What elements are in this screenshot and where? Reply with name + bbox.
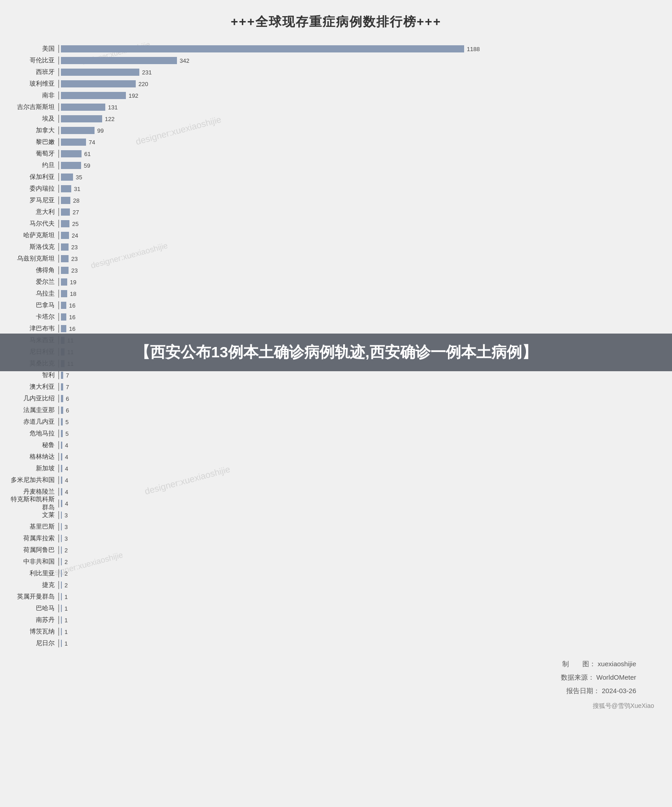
bar-wrapper: 28 <box>59 197 663 204</box>
country-label: 南非 <box>9 91 58 100</box>
bar <box>61 45 464 52</box>
bar-wrapper: 4 <box>59 477 663 484</box>
bar-wrapper: 1 <box>59 628 663 635</box>
bar-wrapper: 4 <box>59 488 663 495</box>
bar-wrapper: 342 <box>59 57 663 64</box>
table-row: 玻利维亚220 <box>9 79 663 89</box>
bar-value: 2 <box>65 559 68 565</box>
country-label: 英属开曼群岛 <box>9 593 58 601</box>
bar <box>61 150 82 157</box>
table-row: 斯洛伐克23 <box>9 242 663 252</box>
bar-wrapper: 4 <box>59 442 663 449</box>
country-label: 保加利亚 <box>9 173 58 181</box>
bar <box>61 547 62 554</box>
country-label: 意大利 <box>9 208 58 216</box>
bar <box>61 115 102 122</box>
country-label: 文莱 <box>9 511 58 519</box>
country-label: 格林纳达 <box>9 453 58 461</box>
country-label: 埃及 <box>9 115 58 123</box>
bar-value: 231 <box>142 69 152 76</box>
bar-wrapper: 220 <box>59 80 663 87</box>
bar-wrapper: 4 <box>59 453 663 460</box>
country-label: 尼日尔 <box>9 639 58 647</box>
bar-value: 3 <box>65 524 68 530</box>
country-label: 澳大利亚 <box>9 383 58 391</box>
footer-info: 制 图： xuexiaoshijie 数据来源： WorldOMeter 报告日… <box>9 657 663 698</box>
bar <box>61 605 62 612</box>
bar-value: 27 <box>73 209 79 216</box>
table-row: 美国1188 <box>9 44 663 54</box>
bar <box>61 162 81 169</box>
country-label: 荷属库拉索 <box>9 534 58 542</box>
bar-wrapper: 2 <box>59 558 663 565</box>
country-label: 哥伦比亚 <box>9 56 58 65</box>
bar-wrapper: 2 <box>59 581 663 589</box>
table-row: 荷属阿鲁巴2 <box>9 545 663 555</box>
bar <box>61 407 63 414</box>
bar-value: 1 <box>65 629 68 635</box>
bar <box>61 57 177 64</box>
bar-wrapper: 6 <box>59 407 663 414</box>
country-label: 丹麦格陵兰 <box>9 488 58 496</box>
country-label: 马尔代夫 <box>9 220 58 228</box>
country-label: 特克斯和凯科斯群岛 <box>9 495 58 512</box>
bar-value: 1 <box>65 605 68 612</box>
bar-value: 1 <box>65 640 68 647</box>
bar-value: 7 <box>66 384 69 390</box>
table-row: 西班牙231 <box>9 67 663 77</box>
bar <box>61 442 62 449</box>
table-row: 保加利亚35 <box>9 172 663 182</box>
country-label: 秘鲁 <box>9 441 58 449</box>
table-row: 文莱3 <box>9 510 663 520</box>
bar <box>61 593 62 600</box>
bar-wrapper: 16 <box>59 313 663 321</box>
bar <box>61 372 63 379</box>
table-row: 委内瑞拉31 <box>9 184 663 194</box>
bar-value: 16 <box>69 302 75 309</box>
bar-value: 4 <box>65 454 68 460</box>
bar-value: 23 <box>71 256 78 262</box>
country-label: 乌兹别克斯坦 <box>9 255 58 263</box>
table-row: 乌拉圭18 <box>9 289 663 299</box>
country-label: 加拿大 <box>9 126 58 134</box>
bar <box>61 255 69 262</box>
bar <box>61 395 63 402</box>
bar-wrapper: 5 <box>59 430 663 437</box>
bar-value: 2 <box>65 582 68 589</box>
table-row: 哈萨克斯坦24 <box>9 230 663 240</box>
bar-wrapper: 31 <box>59 185 663 192</box>
bar <box>61 628 62 635</box>
table-row: 法属圭亚那6 <box>9 405 663 415</box>
bar-value: 2 <box>65 570 68 577</box>
table-row: 尼日尔1 <box>9 638 663 648</box>
bar-wrapper: 23 <box>59 267 663 274</box>
country-label: 法属圭亚那 <box>9 406 58 414</box>
bar-wrapper: 19 <box>59 278 663 286</box>
country-label: 新加坡 <box>9 464 58 473</box>
bar-value: 7 <box>66 372 69 379</box>
country-label: 津巴布韦 <box>9 325 58 333</box>
bar-value: 122 <box>105 116 115 122</box>
table-row: 马尔代夫25 <box>9 219 663 229</box>
table-row: 黎巴嫩74 <box>9 137 663 147</box>
country-label: 葡萄牙 <box>9 150 58 158</box>
country-label: 卡塔尔 <box>9 313 58 321</box>
bar-wrapper: 231 <box>59 69 663 76</box>
country-label: 危地马拉 <box>9 430 58 438</box>
bar-value: 23 <box>71 267 78 274</box>
bar <box>61 139 86 146</box>
table-row: 埃及122 <box>9 114 663 124</box>
bar-wrapper: 1 <box>59 605 663 612</box>
chart-title: +++全球现存重症病例数排行榜+++ <box>9 13 663 30</box>
bar-wrapper: 1188 <box>59 45 663 52</box>
country-label: 捷克 <box>9 581 58 589</box>
bar-value: 5 <box>65 430 69 437</box>
table-row: 乌兹别克斯坦23 <box>9 254 663 264</box>
bar-wrapper: 122 <box>59 115 663 122</box>
table-row: 特克斯和凯科斯群岛4 <box>9 499 663 508</box>
bar-value: 1188 <box>467 46 480 52</box>
bar <box>61 267 69 274</box>
maker-value: xuexiaoshijie <box>598 660 636 668</box>
bar-wrapper: 4 <box>59 500 663 507</box>
country-label: 几内亚比绍 <box>9 395 58 403</box>
